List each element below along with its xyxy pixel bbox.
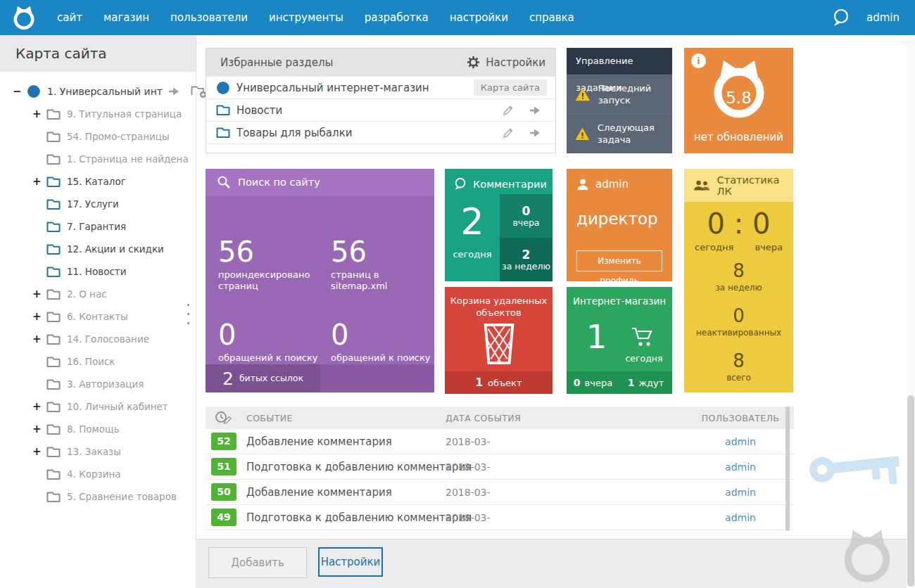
expand-icon[interactable]: + <box>32 400 46 413</box>
main-menu: сайт магазин пользователи инструменты ра… <box>46 0 585 35</box>
shop-title: Интернет-магазин <box>567 287 672 307</box>
key-icon <box>802 431 905 503</box>
tree-item-label: 3. Авторизация <box>67 378 144 390</box>
feedback-bubble-icon[interactable] <box>831 8 850 27</box>
page-scrollbar[interactable] <box>907 35 915 588</box>
site-tree: −1. Универсальный инт+9. Титульная стран… <box>0 80 196 508</box>
shop-orders-today-value: 1 <box>586 318 607 356</box>
events-scrollbar[interactable] <box>785 407 790 531</box>
tree-item[interactable]: +6. Контакты <box>0 305 196 328</box>
edit-profile-button[interactable]: Изменить профиль <box>576 250 662 271</box>
tree-item[interactable]: 3. Авторизация <box>0 373 196 395</box>
expand-icon[interactable]: + <box>32 108 46 120</box>
folder-icon <box>46 176 61 188</box>
task-next-task[interactable]: Следующая задача <box>567 114 672 153</box>
add-subsection-icon[interactable] <box>191 85 207 98</box>
favorites-settings-button[interactable]: Настройки <box>467 56 545 69</box>
tree-item[interactable]: +10. Личный кабинет <box>0 395 196 418</box>
expand-icon[interactable]: + <box>32 445 46 458</box>
event-user-link[interactable]: admin <box>691 461 790 473</box>
tree-item[interactable]: +9. Титульная страница <box>0 103 196 125</box>
tree-item[interactable]: 5. Сравнение товаров <box>0 485 196 508</box>
tree-item[interactable]: +14. Голосование <box>0 328 196 350</box>
goto-icon[interactable] <box>529 106 541 115</box>
expand-icon[interactable]: + <box>32 310 46 323</box>
tree-item-label: 2. О нас <box>67 288 107 300</box>
online-shop-widget: Интернет-магазин 1 сегодня 0вчера 1ждут <box>567 287 672 394</box>
lk-inactive-stat: 0неактивированных <box>684 307 793 338</box>
event-description: Подготовка к добавлению комментария <box>246 511 472 524</box>
tree-item[interactable]: 4. Корзина <box>0 463 196 485</box>
goto-icon[interactable] <box>168 87 179 96</box>
tree-item-label: 10. Личный кабинет <box>67 401 168 412</box>
event-user-link[interactable]: admin <box>691 436 790 447</box>
add-widget-button[interactable]: Добавить виджет <box>208 547 307 578</box>
tree-item[interactable]: +15. Каталог <box>0 170 196 193</box>
nav-tools[interactable]: инструменты <box>258 0 354 35</box>
event-user-link[interactable]: admin <box>691 512 790 523</box>
sitemap-badge-button[interactable]: Карта сайта <box>474 79 547 96</box>
folder-icon <box>46 221 61 233</box>
tree-item[interactable]: 1. Страница не найдена <box>0 148 196 170</box>
nav-help[interactable]: справка <box>519 0 585 35</box>
favorite-site-label: Универсальный интернет-магазин <box>236 82 429 94</box>
favorite-section-row[interactable]: Новости <box>206 98 555 121</box>
nav-site[interactable]: сайт <box>46 0 93 35</box>
tree-item-label: 1. Страница не найдена <box>67 153 189 165</box>
event-date: 2018-03- <box>446 461 491 473</box>
version-number: 5.8 <box>684 89 793 107</box>
expand-icon[interactable]: + <box>32 288 46 300</box>
tree-item[interactable]: 7. Гарантия <box>0 215 196 238</box>
warning-icon <box>576 87 590 103</box>
tree-item-label: 11. Новости <box>67 266 126 277</box>
nav-development[interactable]: разработка <box>354 0 439 35</box>
shop-pending-stat: 1ждут <box>619 371 672 394</box>
dashboard-settings-button[interactable]: Настройки <box>318 547 383 577</box>
profile-role: директор <box>576 210 658 228</box>
edit-icon[interactable] <box>502 104 515 117</box>
tree-item[interactable]: 12. Акции и скидки <box>0 238 196 260</box>
favorite-section-row[interactable]: Товары для рыбалки <box>206 121 555 143</box>
task-next-task-label: Следующая задача <box>598 122 665 146</box>
collapse-icon[interactable]: − <box>13 85 27 98</box>
favorite-site-row[interactable]: Универсальный интернет-магазин Карта сай… <box>206 76 555 98</box>
events-rows: 52Добавление комментария2018-03-admin51П… <box>206 429 794 530</box>
tree-item[interactable]: +13. Заказы <box>0 440 196 463</box>
sidebar-resize-handle[interactable] <box>184 297 191 331</box>
expand-icon[interactable]: + <box>32 423 46 435</box>
event-user-link[interactable]: admin <box>691 487 790 498</box>
tree-item[interactable]: 17. Услуги <box>0 193 196 215</box>
event-description: Добавление комментария <box>246 435 392 448</box>
sidebar-title: Карта сайта <box>0 35 196 72</box>
tree-item[interactable]: +8. Помощь <box>0 418 196 440</box>
tree-item[interactable]: +2. О нас <box>0 283 196 305</box>
tree-item-label: 1. Универсальный инт <box>47 86 163 97</box>
license-key-widget <box>802 407 905 530</box>
tree-item[interactable]: 54. Промо-страницы <box>0 125 196 148</box>
page-scrollbar-thumb[interactable] <box>907 395 914 587</box>
tree-item[interactable]: 11. Новости <box>0 260 196 283</box>
nav-users[interactable]: пользователи <box>160 0 258 35</box>
expand-icon[interactable]: + <box>32 333 46 345</box>
events-col-user: ПОЛЬЗОВАТЕЛЬ <box>691 413 790 423</box>
nav-settings[interactable]: настройки <box>439 0 519 35</box>
person-icon <box>576 178 589 191</box>
tree-item[interactable]: 16. Поиск <box>0 350 196 373</box>
edit-icon[interactable] <box>502 127 515 139</box>
broken-links-stat[interactable]: 2 битых ссылок <box>206 364 320 392</box>
event-description: Добавление комментария <box>246 486 392 499</box>
expand-icon[interactable]: + <box>32 175 46 188</box>
info-icon[interactable]: i <box>691 53 706 68</box>
tree-item[interactable]: −1. Универсальный инт <box>0 80 196 103</box>
current-user-menu[interactable]: admin <box>866 0 900 35</box>
version-widget: i 5.8 нет обновлений <box>684 48 793 153</box>
netcat-logo-icon[interactable] <box>11 5 37 30</box>
event-id-badge: 50 <box>211 483 236 501</box>
trash-count[interactable]: 1 объект <box>445 371 553 394</box>
nav-shop[interactable]: магазин <box>93 0 160 35</box>
goto-icon[interactable] <box>529 129 541 137</box>
events-col-date: ДАТА СОБЫТИЯ <box>446 413 521 423</box>
site-search-widget: Поиск по сайту 56проиндексировано страни… <box>206 169 434 392</box>
clock-pencil-icon <box>214 409 232 426</box>
site-icon <box>216 81 230 95</box>
